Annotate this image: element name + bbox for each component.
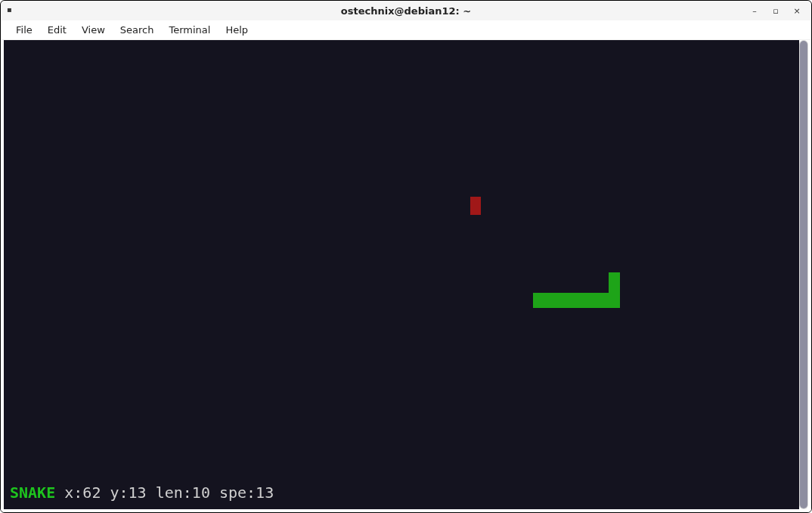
- terminal-scrollbar[interactable]: [799, 40, 808, 509]
- terminal-viewport[interactable]: SNAKE x:62 y:13 len:10 spe:13: [4, 40, 799, 509]
- close-button[interactable]: ×: [792, 6, 802, 16]
- terminal-container: SNAKE x:62 y:13 len:10 spe:13: [1, 40, 811, 512]
- menu-terminal[interactable]: Terminal: [161, 21, 218, 39]
- window-controls: – ▫ ×: [749, 1, 807, 20]
- snake-body-vertical: [609, 272, 620, 308]
- minimize-button[interactable]: –: [749, 6, 760, 16]
- game-status-label: SNAKE: [10, 483, 55, 502]
- game-status-line: SNAKE x:62 y:13 len:10 spe:13: [10, 483, 274, 502]
- window-app-icon: ▪: [7, 5, 16, 14]
- snake-body-horizontal: [533, 293, 620, 308]
- window-titlebar: ▪ ostechnix@debian12: ~ – ▫ ×: [1, 1, 811, 20]
- scrollbar-thumb[interactable]: [800, 41, 807, 508]
- menu-help[interactable]: Help: [218, 21, 256, 39]
- menubar: File Edit View Search Terminal Help: [1, 20, 811, 40]
- menu-search[interactable]: Search: [113, 21, 162, 39]
- snake-food: [470, 197, 481, 215]
- menu-edit[interactable]: Edit: [40, 21, 74, 39]
- window-title: ostechnix@debian12: ~: [341, 5, 471, 17]
- menu-file[interactable]: File: [8, 21, 40, 39]
- game-status-values: x:62 y:13 len:10 spe:13: [55, 483, 274, 502]
- menu-view[interactable]: View: [74, 21, 113, 39]
- maximize-button[interactable]: ▫: [770, 6, 781, 16]
